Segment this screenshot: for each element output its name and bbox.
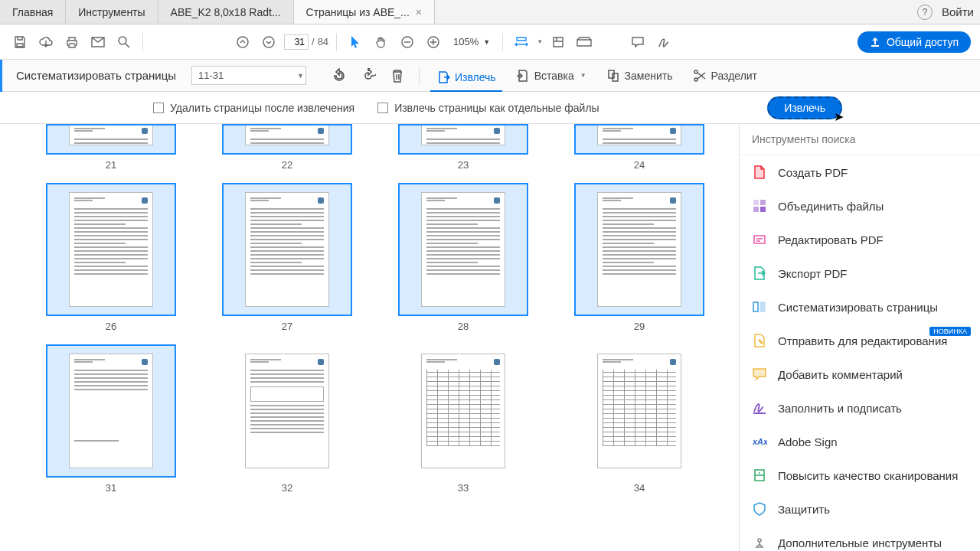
delete-icon[interactable] (387, 65, 408, 86)
svg-point-15 (759, 472, 760, 474)
comment-icon (752, 367, 767, 382)
thumbnail-22[interactable] (222, 124, 352, 155)
replace-tool[interactable]: Заменить (600, 66, 679, 86)
separate-files-checkbox[interactable]: Извлечь страницы как отдельные файлы (377, 102, 599, 114)
svg-point-16 (758, 539, 761, 542)
svg-rect-10 (760, 207, 766, 212)
more-icon (752, 535, 767, 550)
zoom-in-icon[interactable] (423, 31, 444, 53)
tab-doc-1[interactable]: ABE_K2 8,0x18 Radt... (158, 0, 294, 24)
tool-sign[interactable]: xAxAdobe Sign (740, 425, 980, 458)
new-badge: НОВИНКА (929, 327, 971, 336)
thumbnail-31[interactable] (46, 344, 176, 478)
edit-icon (752, 232, 767, 247)
extract-tool[interactable]: Извлечь (430, 67, 502, 92)
tab-tools[interactable]: Инструменты (66, 0, 158, 24)
extract-button[interactable]: Извлечь ➤ (767, 96, 842, 119)
search-icon[interactable] (113, 31, 135, 53)
comment-icon[interactable] (627, 31, 648, 53)
main-toolbar: / 84 105%▼ ▼ Общий доступ (0, 24, 980, 60)
read-mode-icon[interactable] (573, 31, 595, 53)
print-icon[interactable] (61, 31, 83, 53)
share-button[interactable]: Общий доступ (858, 31, 971, 53)
create-icon (752, 165, 767, 180)
split-tool[interactable]: Разделит (687, 66, 764, 86)
svg-rect-11 (754, 236, 765, 243)
tool-fill[interactable]: Заполнить и подписать (740, 391, 980, 425)
sign-icon: xAx (752, 434, 767, 449)
tool-organize[interactable]: Систематизировать страницы (740, 290, 980, 324)
cursor-icon: ➤ (834, 109, 844, 124)
page-label: 31 (106, 482, 116, 494)
page-label: 22 (282, 159, 292, 171)
page-label: 29 (634, 321, 645, 332)
page-label: 27 (282, 321, 292, 332)
tab-home[interactable]: Главная (0, 0, 66, 24)
export-icon (752, 266, 767, 281)
mail-icon[interactable] (87, 31, 109, 53)
delete-after-checkbox[interactable]: Удалить страницы после извлечения (153, 102, 354, 114)
tab-doc-2[interactable]: Страницы из ABE_...× (294, 0, 435, 24)
scan-icon (752, 468, 767, 483)
insert-tool[interactable]: Вставка▼ (510, 66, 593, 86)
thumbnail-33[interactable] (398, 344, 528, 478)
tool-create[interactable]: Создать PDF (740, 155, 980, 189)
tool-export[interactable]: Экспорт PDF (740, 256, 980, 290)
svg-rect-13 (760, 302, 765, 311)
thumbnail-21[interactable] (46, 124, 176, 155)
page-number: / 84 (284, 34, 328, 50)
fit-width-icon[interactable] (511, 31, 532, 53)
hand-icon[interactable] (371, 31, 392, 53)
extract-options: Удалить страницы после извлечения Извлеч… (0, 92, 980, 124)
svg-point-6 (694, 78, 697, 81)
tool-protect[interactable]: Защитить (740, 492, 980, 526)
tool-combine[interactable]: Объединить файлы (740, 189, 980, 223)
organize-icon (752, 299, 767, 315)
sign-icon[interactable] (653, 31, 675, 53)
thumbnail-23[interactable] (398, 124, 528, 155)
thumbnail-32[interactable] (222, 344, 352, 478)
close-icon[interactable]: × (416, 6, 422, 18)
page-input[interactable] (284, 34, 309, 50)
thumbnail-34[interactable] (574, 344, 704, 478)
zoom-out-icon[interactable] (397, 31, 418, 53)
zoom-dropdown[interactable]: 105%▼ (449, 36, 495, 47)
help-icon[interactable]: ? (917, 5, 933, 20)
combine-icon (752, 198, 767, 214)
page-label: 24 (634, 159, 645, 171)
login-button[interactable]: Войти (942, 5, 974, 18)
page-range-input[interactable] (191, 66, 306, 85)
organize-title: Систематизировать страницы (16, 69, 184, 82)
thumbnail-24[interactable] (574, 124, 704, 155)
thumbnail-26[interactable] (46, 183, 176, 316)
thumbnail-27[interactable] (222, 183, 352, 316)
svg-point-1 (237, 37, 248, 47)
svg-text:xAx: xAx (752, 437, 767, 446)
page-down-icon[interactable] (258, 31, 279, 53)
cloud-icon[interactable] (35, 31, 57, 53)
tool-more[interactable]: Дополнительные инструменты (740, 526, 980, 551)
page-up-icon[interactable] (232, 31, 253, 53)
tool-comment[interactable]: Добавить комментарий (740, 357, 980, 391)
save-icon[interactable] (9, 31, 31, 53)
page-label: 34 (634, 482, 645, 494)
tool-edit[interactable]: Редактировать PDF (740, 223, 980, 256)
tool-scan[interactable]: Повысить качество сканирования (740, 458, 980, 492)
rotate-right-icon[interactable] (358, 65, 379, 86)
select-icon[interactable] (345, 31, 366, 53)
thumbnail-29[interactable] (574, 183, 704, 316)
organize-toolbar: Систематизировать страницы ▼ Извлечь Вст… (0, 60, 980, 92)
page-label: 32 (282, 482, 292, 494)
tools-search-input[interactable] (752, 133, 968, 145)
fit-page-icon[interactable] (547, 31, 569, 53)
page-label: 23 (458, 159, 469, 171)
thumbnail-28[interactable] (398, 183, 528, 316)
tool-send[interactable]: Отправить для редактированияНОВИНКА (740, 324, 980, 357)
tools-sidebar: Создать PDFОбъединить файлыРедактировать… (739, 124, 980, 551)
rotate-left-icon[interactable] (328, 65, 350, 86)
tab-bar: Главная Инструменты ABE_K2 8,0x18 Radt..… (0, 0, 980, 24)
page-label: 28 (458, 321, 469, 332)
page-label: 21 (106, 159, 116, 171)
send-icon (752, 333, 767, 348)
page-label: 33 (458, 482, 469, 494)
